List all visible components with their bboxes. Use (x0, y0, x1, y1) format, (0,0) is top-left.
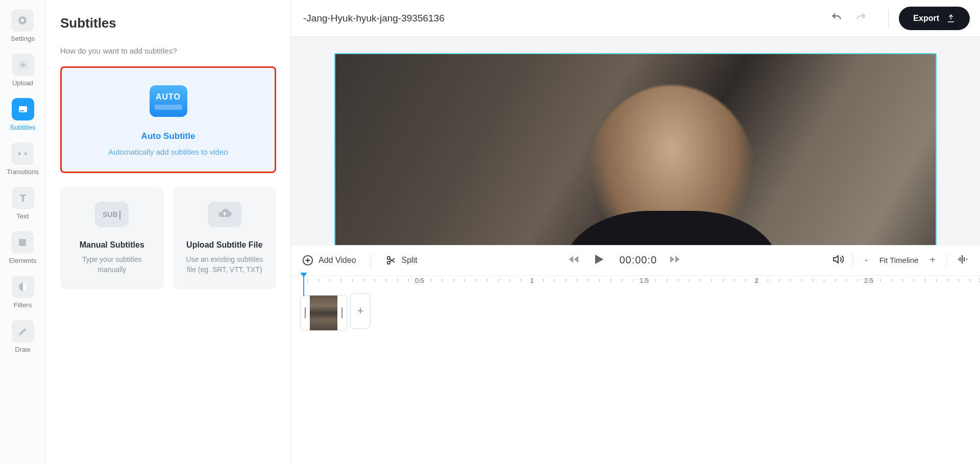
ruler-label: 2.5 (864, 277, 873, 284)
controls-bar: Add Video Split 00:00:0 - Fit Timeline (291, 245, 980, 276)
upload-subtitle-card[interactable]: Upload Subtitle File Use an existing sub… (173, 187, 277, 289)
svg-point-1 (21, 19, 24, 22)
main-area: Export Add Video Split (291, 0, 980, 463)
zoom-in-button[interactable]: + (927, 254, 938, 266)
timeline-clip[interactable] (336, 296, 337, 330)
rail-label: Settings (11, 35, 35, 42)
elements-icon (11, 231, 34, 254)
ruler-label: 2 (754, 277, 758, 284)
zoom-out-button[interactable]: - (863, 254, 870, 266)
redo-button[interactable] (854, 12, 868, 25)
upload-card-desc: Use an existing subtitles file (eg. SRT,… (181, 255, 268, 275)
timeline[interactable]: 0.511.522.53 + (291, 276, 980, 464)
upload-card-title: Upload Subtitle File (181, 240, 268, 250)
undo-button[interactable] (830, 12, 843, 25)
svg-rect-4 (20, 110, 24, 111)
canvas-area (291, 37, 980, 245)
upload-icon (946, 14, 955, 23)
rail-label: Upload (12, 79, 33, 87)
subtitles-panel: Subtitles How do you want to add subtitl… (46, 0, 291, 463)
scissors-icon (385, 255, 397, 266)
transitions-icon (11, 142, 34, 165)
timecode: 00:00:0 (619, 254, 657, 266)
rail-item-settings[interactable]: Settings (11, 9, 35, 42)
settings-icon (11, 9, 34, 32)
rail-item-upload[interactable]: Upload (12, 54, 34, 87)
auto-card-title: Auto Subtitle (72, 131, 264, 141)
add-video-button[interactable]: Add Video (302, 255, 356, 266)
add-track-button[interactable]: + (350, 293, 371, 329)
svg-rect-3 (19, 106, 27, 112)
rail-item-transitions[interactable]: Transitions (7, 142, 39, 176)
rail-label: Elements (9, 257, 36, 264)
manual-subtitle-icon: SUB| (95, 202, 129, 227)
ruler-label: 1 (530, 277, 533, 284)
topbar: Export (291, 0, 980, 37)
volume-button[interactable] (831, 253, 844, 267)
auto-subtitle-card[interactable]: AUTO Auto Subtitle Automatically add sub… (60, 66, 276, 173)
rail-item-text[interactable]: Text (12, 187, 34, 220)
play-button[interactable] (592, 252, 606, 269)
plus-circle-icon (302, 255, 313, 266)
plus-icon (12, 54, 34, 76)
project-title-input[interactable] (301, 11, 820, 26)
manual-card-title: Manual Subtitles (68, 240, 156, 250)
skip-back-button[interactable] (568, 255, 578, 265)
rail-label: Draw (15, 346, 30, 353)
draw-icon (12, 320, 34, 343)
filters-icon (12, 276, 34, 298)
manual-card-desc: Type your subtitles manually (68, 255, 156, 275)
rail-label: Subtitles (10, 124, 36, 131)
ruler-label: 1.5 (640, 277, 649, 284)
video-track[interactable] (300, 295, 347, 331)
skip-forward-button[interactable] (670, 255, 680, 265)
export-button[interactable]: Export (899, 7, 970, 30)
rail-item-subtitles[interactable]: Subtitles (10, 98, 36, 131)
split-button[interactable]: Split (385, 255, 418, 266)
clip-handle-left[interactable] (301, 296, 310, 330)
manual-subtitles-card[interactable]: SUB| Manual Subtitles Type your subtitle… (60, 187, 164, 289)
divider (853, 254, 853, 267)
rail-item-filters[interactable]: Filters (12, 276, 34, 309)
rail-item-elements[interactable]: Elements (9, 231, 36, 264)
waveform-button[interactable] (957, 253, 969, 267)
auto-card-desc: Automatically add subtitles to video (72, 148, 264, 156)
auto-badge-icon: AUTO (150, 85, 187, 117)
cloud-upload-icon (208, 202, 241, 227)
svg-rect-5 (19, 239, 26, 246)
left-rail: Settings Upload Subtitles Transitions Te… (0, 0, 46, 463)
divider (371, 254, 371, 267)
divider (947, 254, 947, 267)
divider (888, 10, 889, 27)
panel-subtitle: How do you want to add subtitles? (60, 46, 276, 55)
ruler-label: 0.5 (415, 277, 424, 284)
timeline-ruler[interactable]: 0.511.522.53 (300, 279, 971, 293)
rail-item-draw[interactable]: Draw (12, 320, 34, 353)
rail-label: Transitions (7, 168, 39, 176)
video-preview[interactable] (334, 53, 937, 245)
panel-title: Subtitles (60, 15, 276, 31)
text-icon (12, 187, 34, 209)
subtitles-icon (12, 98, 34, 120)
clip-handle-right[interactable] (337, 296, 347, 330)
rail-label: Text (17, 212, 29, 220)
rail-label: Filters (14, 301, 32, 309)
fit-timeline-button[interactable]: Fit Timeline (879, 256, 919, 264)
